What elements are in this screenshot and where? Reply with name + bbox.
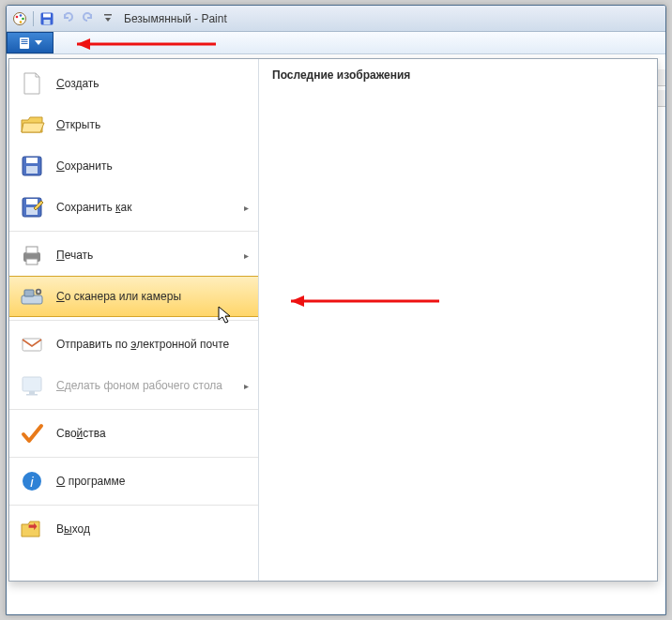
svg-rect-15 — [26, 166, 38, 174]
svg-point-2 — [20, 14, 23, 17]
save-as-icon — [19, 194, 45, 220]
titlebar: Безымянный - Paint — [7, 6, 665, 32]
menu-item-open[interactable]: ОткрытьОткрыть — [9, 104, 258, 145]
menu-item-about[interactable]: i О программе — [9, 461, 258, 502]
paint-app-icon — [12, 11, 27, 26]
svg-rect-10 — [22, 39, 28, 40]
menu-item-label: ССоздатьоздать — [56, 77, 249, 90]
save-icon[interactable] — [39, 11, 54, 26]
info-icon: i — [19, 468, 45, 494]
exit-icon — [19, 516, 45, 542]
menu-item-label: ОткрытьОткрыть — [56, 118, 249, 131]
file-menu-items: ССоздатьоздать ОткрытьОткрыть Сохранить … — [9, 59, 259, 581]
recent-heading: Последние изображения — [272, 68, 644, 82]
menu-item-print[interactable]: ПечатьПечать ▸ — [9, 234, 258, 276]
qat-customize-icon[interactable] — [101, 11, 115, 26]
menu-item-exit[interactable]: ВыходВыход — [9, 508, 258, 550]
svg-rect-7 — [44, 20, 51, 24]
svg-rect-17 — [26, 199, 38, 204]
menu-item-properties[interactable]: СвойстваСвойства — [9, 413, 258, 454]
menu-item-label: О программе — [56, 475, 249, 488]
menu-item-new[interactable]: ССоздатьоздать — [9, 63, 258, 104]
svg-point-3 — [22, 17, 24, 20]
submenu-arrow-icon: ▸ — [244, 250, 249, 261]
svg-point-1 — [16, 15, 19, 18]
svg-rect-26 — [23, 339, 41, 351]
qat-redo-icon[interactable] — [81, 9, 96, 27]
app-window: Безымянный - Paint ССоздатьоздать Откры — [6, 5, 666, 615]
recent-panel: Последние изображения — [259, 59, 657, 581]
submenu-arrow-icon: ▸ — [244, 203, 249, 213]
new-file-icon — [19, 70, 45, 97]
menu-separator — [9, 457, 258, 458]
file-menu-button[interactable] — [7, 32, 53, 53]
svg-rect-21 — [26, 259, 38, 265]
menu-item-label: СвойстваСвойства — [56, 427, 249, 440]
ribbon — [7, 32, 665, 54]
menu-separator — [9, 231, 258, 232]
menu-item-save-as[interactable]: Сохранить какСохранить как ▸ — [9, 187, 258, 228]
properties-checkmark-icon — [19, 420, 45, 446]
window-title: Безымянный - Paint — [124, 12, 227, 25]
svg-rect-8 — [104, 14, 112, 16]
qat-separator — [33, 11, 34, 26]
svg-rect-11 — [22, 41, 28, 42]
menu-item-scanner[interactable]: Со сканера или камеры — [9, 276, 258, 317]
menu-separator — [9, 320, 258, 321]
svg-rect-20 — [26, 247, 38, 253]
wallpaper-icon — [19, 372, 45, 399]
svg-rect-29 — [26, 394, 38, 396]
svg-point-25 — [38, 291, 40, 294]
qat-undo-icon[interactable] — [60, 9, 75, 27]
menu-item-label: ВыходВыход — [56, 522, 249, 536]
email-icon — [19, 331, 45, 357]
menu-item-label: Сделать фоном рабочего стола — [56, 379, 249, 392]
menu-item-label: Со сканера или камеры — [56, 290, 249, 303]
menu-separator — [9, 505, 258, 506]
menu-item-save[interactable]: Сохранить — [9, 145, 258, 187]
menu-item-email[interactable]: Отправить по электронной почтеОтправить … — [9, 324, 258, 365]
svg-rect-23 — [24, 290, 34, 296]
menu-item-label: ПечатьПечать — [56, 249, 249, 262]
svg-rect-6 — [43, 13, 51, 17]
svg-rect-12 — [22, 43, 28, 44]
submenu-arrow-icon: ▸ — [244, 381, 249, 391]
menu-item-label: Отправить по электронной почтеОтправить … — [56, 338, 249, 351]
open-folder-icon — [19, 112, 45, 138]
menu-item-label: Сохранить — [56, 159, 249, 173]
menu-item-label: Сохранить какСохранить как — [56, 201, 249, 214]
svg-rect-27 — [23, 377, 41, 391]
svg-rect-28 — [29, 391, 35, 394]
chevron-down-icon — [35, 40, 42, 45]
scanner-camera-icon — [19, 283, 45, 310]
menu-separator — [9, 409, 258, 410]
file-menu: ССоздатьоздать ОткрытьОткрыть Сохранить … — [8, 58, 658, 582]
save-disk-icon — [19, 153, 45, 179]
svg-rect-14 — [26, 158, 38, 163]
menu-item-wallpaper: Сделать фоном рабочего стола ▸ — [9, 365, 258, 406]
printer-icon — [19, 242, 45, 268]
svg-point-4 — [20, 21, 23, 23]
